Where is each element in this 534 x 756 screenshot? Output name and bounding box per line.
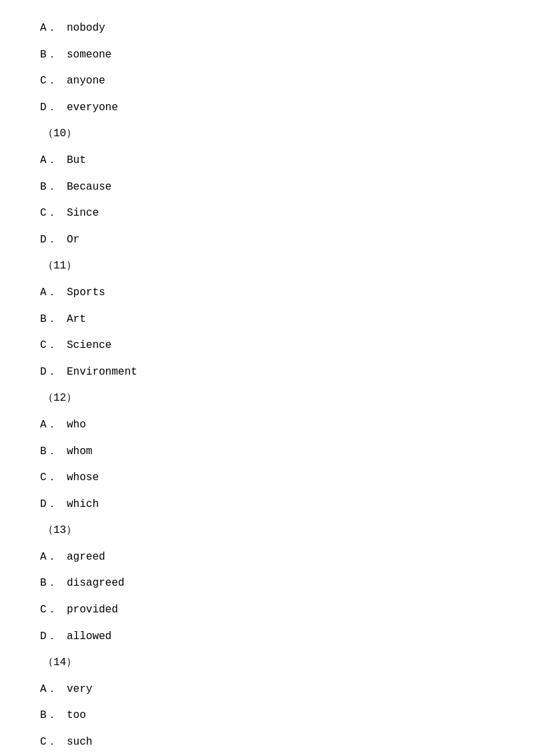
option-label: A．	[40, 417, 67, 434]
option-label: D．	[40, 496, 67, 514]
q14-option-c: C． such	[40, 734, 494, 751]
option-label: D．	[40, 364, 67, 381]
q14-option-b: B． too	[40, 707, 494, 725]
option-text: such	[67, 734, 92, 751]
option-label: A．	[40, 681, 67, 699]
option-label: D．	[40, 628, 67, 646]
option-label: C．	[40, 469, 67, 487]
option-text: Because	[67, 179, 111, 196]
option-label: B．	[40, 311, 67, 329]
option-text: But	[67, 152, 86, 170]
option-text: Sports	[67, 285, 105, 302]
option-label: D．	[40, 100, 67, 117]
q12-option-c: C． whose	[40, 469, 494, 487]
option-text: too	[67, 707, 86, 725]
q10-option-b: B． Because	[40, 179, 494, 196]
option-label: A．	[40, 20, 67, 37]
q12-option-d: D． which	[40, 496, 494, 514]
option-label: B．	[40, 443, 67, 461]
q13-option-a: A． agreed	[40, 549, 494, 566]
q13-option-b: B． disagreed	[40, 575, 494, 592]
option-label: C．	[40, 73, 67, 90]
q11-option-d: D． Environment	[40, 364, 494, 381]
option-text: Science	[67, 337, 111, 355]
q14-option-a: A． very	[40, 681, 494, 699]
q10-option-c: C． Since	[40, 205, 494, 222]
option-a-nobody: A． nobody	[40, 20, 494, 37]
option-label: B．	[40, 47, 67, 64]
option-text: very	[67, 681, 92, 699]
option-text: nobody	[67, 20, 105, 37]
option-text: everyone	[67, 100, 118, 117]
option-text: who	[67, 417, 86, 434]
option-text: whom	[67, 443, 92, 461]
q10-option-a: A． But	[40, 152, 494, 170]
q10-option-d: D． Or	[40, 232, 494, 249]
option-text: agreed	[67, 549, 105, 566]
option-label: B．	[40, 179, 67, 196]
question-11-number: （11）	[40, 258, 494, 275]
option-text: Since	[67, 205, 99, 222]
option-text: provided	[67, 602, 118, 619]
option-text: whose	[67, 469, 99, 487]
question-12-number: （12）	[40, 390, 494, 407]
option-label: D．	[40, 232, 67, 249]
option-label: C．	[40, 734, 67, 751]
option-label: A．	[40, 152, 67, 170]
q13-option-c: C． provided	[40, 602, 494, 619]
question-13-number: （13）	[40, 522, 494, 540]
option-c-anyone: C． anyone	[40, 73, 494, 90]
q11-option-a: A． Sports	[40, 285, 494, 302]
option-text: Art	[67, 311, 86, 329]
q11-option-b: B． Art	[40, 311, 494, 329]
option-b-someone: B． someone	[40, 47, 494, 64]
option-label: C．	[40, 205, 67, 222]
option-label: C．	[40, 602, 67, 619]
option-d-everyone: D． everyone	[40, 100, 494, 117]
option-text: someone	[67, 47, 111, 64]
option-text: Or	[67, 232, 79, 249]
option-text: disagreed	[67, 575, 124, 592]
q12-option-a: A． who	[40, 417, 494, 434]
q12-option-b: B． whom	[40, 443, 494, 461]
option-label: B．	[40, 707, 67, 725]
option-text: anyone	[67, 73, 105, 90]
q13-option-d: D． allowed	[40, 628, 494, 646]
option-label: C．	[40, 337, 67, 355]
option-label: A．	[40, 549, 67, 566]
option-text: Environment	[67, 364, 138, 381]
question-14-number: （14）	[40, 654, 494, 672]
option-label: A．	[40, 285, 67, 302]
q11-option-c: C． Science	[40, 337, 494, 355]
question-10-number: （10）	[40, 126, 494, 143]
option-text: which	[67, 496, 99, 514]
option-text: allowed	[67, 628, 111, 646]
option-label: B．	[40, 575, 67, 592]
